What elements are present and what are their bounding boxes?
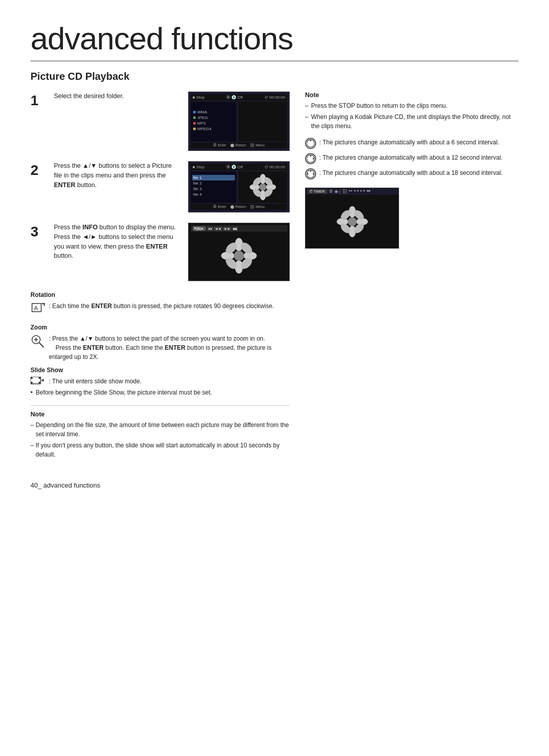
right-column: Note Press the STOP button to return to … (305, 92, 518, 461)
svg-text:A: A (34, 305, 38, 311)
ss-icons: ⦿ ◉ | ⬛ ●● ◄◄ ►► ■■ (329, 189, 371, 194)
ss-icon3: | (340, 189, 341, 194)
page-footer: 40_ advanced functions (30, 481, 518, 489)
step-3-text: Press the INFO button to display the men… (54, 223, 180, 261)
footer-page-number: 40_ advanced functions (30, 481, 100, 489)
screen-1-body: WMA JPEG MP3 MPEG4 (191, 102, 287, 141)
svg-point-51 (348, 217, 357, 226)
slideshow-preview-area: ⏱ TIMER: ⦿ ◉ | ⬛ ●● ◄◄ ►► ■■ (305, 188, 518, 249)
screen-1-footer: ⦿ Enter ⬤ Return ⬛ Menu (191, 142, 287, 148)
menu-wma: WMA (192, 109, 235, 115)
step-3: 3 Press the INFO button to display the m… (30, 223, 290, 281)
left-column: 1 Select the desired folder. ■ Stop ⦿ 💿 … (30, 92, 290, 461)
step-2-text: Press the ▲/▼ buttons to select a Pictur… (54, 161, 180, 190)
step-1-number: 1 (30, 94, 46, 108)
screen-2-box: ■ Stop ⦿ 💿 Off ⏱ 00:00:00 file 1 file 2 … (188, 161, 290, 213)
menu-jpeg: JPEG (192, 115, 235, 120)
bottom-note-item-1: Depending on the file size, the amount o… (30, 420, 290, 439)
screen-2-preview (238, 171, 287, 203)
rotation-title: Rotation (30, 291, 290, 298)
ss-timer: ⏱ TIMER: (308, 189, 327, 194)
step-2-screen: ■ Stop ⦿ 💿 Off ⏱ 00:00:00 file 1 file 2 … (188, 161, 290, 213)
screen-1-footer-enter: ⦿ Enter (213, 143, 226, 147)
svg-point-37 (313, 158, 314, 159)
rotation-section: Rotation A : Each time the ENTER button … (30, 291, 290, 316)
screen-1-box: ■ Stop ⦿ 💿 Off ⏱ 00:00:00 WMA JPEG MP3 M… (188, 92, 290, 151)
step-1-screen: ■ Stop ⦿ 💿 Off ⏱ 00:00:00 WMA JPEG MP3 M… (188, 92, 290, 151)
svg-point-9 (259, 184, 266, 191)
slideshow-text: : The unit enters slide show mode. (49, 377, 142, 386)
screen-2-stop: ■ Stop (193, 165, 205, 169)
section-title: Picture CD Playback (30, 71, 518, 82)
menu-file2: file 2 (192, 180, 235, 186)
screen-1-icons: ⦿ 💿 Off (226, 95, 243, 100)
slideshow-icon-row: : The unit enters slide show mode. (30, 377, 290, 386)
right-note-item-2: When playing a Kodak Picture CD, the uni… (305, 112, 518, 131)
zoom-text: : Press the ▲/▼ buttons to select the pa… (49, 334, 290, 361)
menu-file3: file 3 (192, 186, 235, 192)
rotation-text: : Each time the ENTER button is pressed,… (49, 301, 274, 311)
right-note-item-1: Press the STOP button to return to the c… (305, 101, 518, 110)
svg-rect-29 (31, 382, 33, 383)
slideshow-icon-svg (30, 377, 44, 386)
menu-file4: file 4 (192, 192, 235, 197)
svg-point-19 (234, 251, 244, 261)
screen-3-box: F|S|► ●● ◄◄ ►► ■■ (188, 223, 290, 281)
screen-2-footer-return: ⬤ Return (230, 205, 246, 209)
page-title: advanced functions (30, 20, 518, 62)
right-note-title: Note (305, 92, 518, 99)
screen-1-preview (238, 102, 287, 141)
rotation-row: A : Each time the ENTER button is presse… (30, 301, 290, 316)
svg-point-34 (310, 140, 311, 141)
svg-line-24 (39, 343, 44, 347)
svg-point-39 (310, 170, 311, 172)
ss-ctrl: ●● ◄◄ ►► ■■ (349, 189, 371, 194)
slideshow-flower (334, 204, 370, 239)
svg-rect-28 (31, 377, 33, 379)
step-3-screen: F|S|► ●● ◄◄ ►► ■■ (188, 223, 290, 281)
step-2-number: 2 (30, 163, 46, 177)
zoom-section: Zoom : Press the ▲/▼ buttons to select t… (30, 324, 290, 361)
flower-preview-2 (248, 172, 278, 202)
rotation-icon: A (30, 301, 45, 316)
screen-1-footer-menu: ⬛ Menu (250, 143, 264, 147)
slideshow-note: • Before beginning the Slide Show, the p… (30, 388, 290, 397)
step-1: 1 Select the desired folder. ■ Stop ⦿ 💿 … (30, 92, 290, 151)
svg-rect-31 (39, 382, 40, 383)
ctrl-icon-1: ●● (207, 227, 213, 231)
screen-2-footer-menu: ⬛ Menu (250, 205, 264, 209)
screen-1-stop: ■ Stop (193, 95, 205, 100)
screen-1-menu: WMA JPEG MP3 MPEG4 (191, 102, 236, 141)
screen-2-body: file 1 file 2 file 3 file 4 (191, 171, 287, 203)
screen-3-preview (191, 233, 287, 279)
interval-icon-1 (305, 138, 316, 149)
interval-text-1: : The pictures change automatically with… (319, 138, 499, 147)
zoom-icon-svg (30, 334, 45, 348)
ctrl-icon-3: ►► (223, 227, 231, 231)
screen-1-time: ⏱ 00:00:00 (264, 95, 285, 100)
interval-text-3: : The pictures change automatically with… (319, 168, 503, 177)
ss-icon1: ⦿ (329, 189, 333, 194)
interval-1: : The pictures change automatically with… (305, 138, 518, 149)
screen-1-topbar: ■ Stop ⦿ 💿 Off ⏱ 00:00:00 (191, 94, 287, 101)
screen-3-topbar: F|S|► ●● ◄◄ ►► ■■ (191, 225, 287, 232)
menu-file1: file 1 (192, 175, 235, 180)
screen-2-menu: file 1 file 2 file 3 file 4 (191, 171, 236, 203)
menu-mpeg4: MPEG4 (192, 126, 235, 132)
interval-svg-1 (306, 138, 315, 149)
zoom-icon-container (30, 334, 45, 348)
info-btn: F|S|► (193, 226, 206, 231)
slideshow-screen-top: ⏱ TIMER: ⦿ ◉ | ⬛ ●● ◄◄ ►► ■■ (306, 188, 399, 195)
screen-2-topbar: ■ Stop ⦿ 💿 Off ⏱ 00:00:00 (191, 164, 287, 170)
step-1-text: Select the desired folder. (54, 92, 180, 101)
screen-2-time: ⏱ 00:00:00 (264, 165, 285, 169)
step-2: 2 Press the ▲/▼ buttons to select a Pict… (30, 161, 290, 213)
rotation-icon-svg: A (30, 301, 45, 316)
interval-icon-2 (305, 153, 316, 164)
ctrl-icon-2: ◄◄ (214, 227, 222, 231)
bottom-note-title: Note (30, 411, 290, 418)
interval-svg-2 (306, 153, 315, 164)
interval-3: : The pictures change automatically with… (305, 168, 518, 179)
screen-2-footer-enter: ⦿ Enter (213, 205, 226, 209)
menu-mp3: MP3 (192, 120, 235, 126)
